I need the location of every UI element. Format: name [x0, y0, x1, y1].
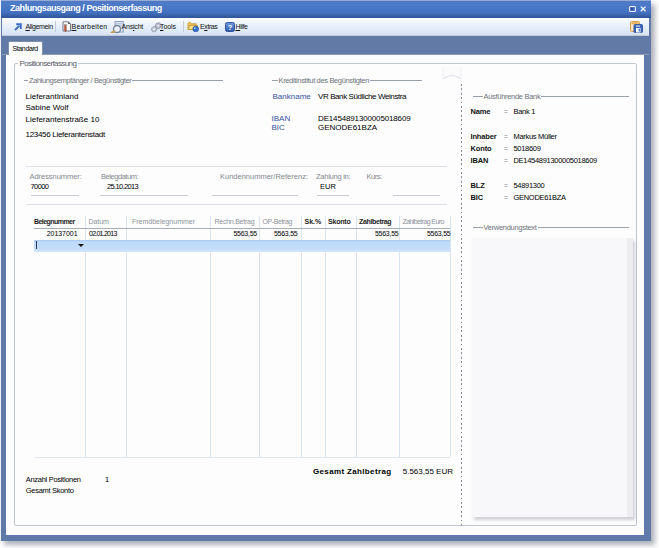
svg-text:?: ? — [227, 22, 232, 31]
